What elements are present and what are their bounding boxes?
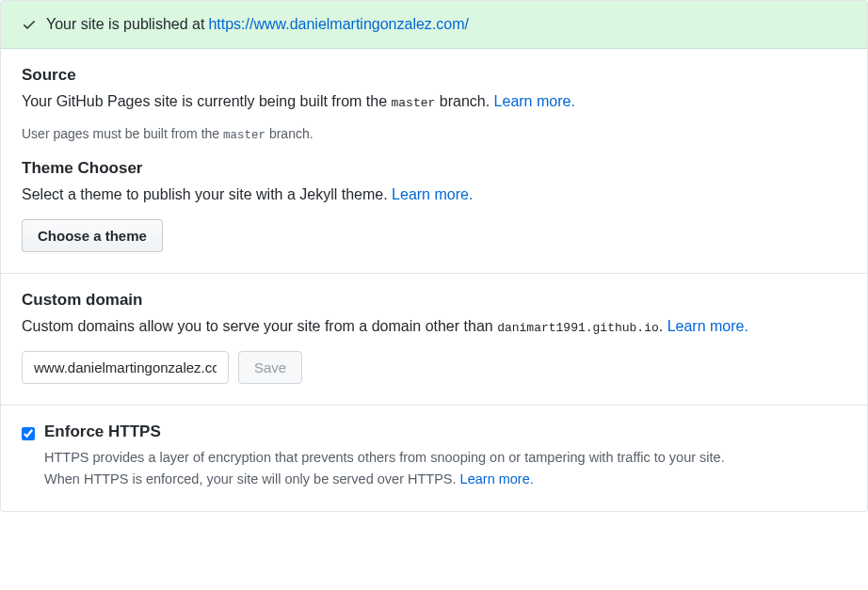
source-note-suffix: branch. — [265, 126, 313, 141]
custom-domain-section: Custom domain Custom domains allow you t… — [1, 273, 867, 405]
custom-domain-code: danimart1991.github.io — [497, 321, 659, 335]
source-note: User pages must be built from the master… — [22, 126, 846, 142]
theme-learn-more-link[interactable]: Learn more. — [392, 186, 473, 202]
https-line2-prefix: When HTTPS is enforced, your site will o… — [44, 471, 460, 486]
source-heading: Source — [22, 66, 846, 85]
source-desc-prefix: Your GitHub Pages site is currently bein… — [22, 93, 392, 109]
theme-description: Select a theme to publish your site with… — [22, 183, 846, 206]
custom-domain-desc-prefix: Custom domains allow you to serve your s… — [22, 318, 497, 334]
https-learn-more-link[interactable]: Learn more. — [460, 471, 534, 486]
custom-domain-desc-suffix: . — [659, 318, 667, 334]
custom-domain-heading: Custom domain — [22, 291, 846, 310]
https-section: Enforce HTTPS HTTPS provides a layer of … — [1, 405, 867, 511]
https-heading: Enforce HTTPS — [44, 423, 725, 441]
check-icon — [22, 17, 37, 32]
https-body: Enforce HTTPS HTTPS provides a layer of … — [44, 423, 725, 490]
source-learn-more-link[interactable]: Learn more. — [494, 93, 575, 109]
github-pages-settings-panel: Your site is published at https://www.da… — [0, 0, 868, 512]
published-text: Your site is published at — [46, 16, 204, 33]
save-button[interactable]: Save — [238, 351, 302, 384]
source-desc-suffix: branch. — [435, 93, 493, 109]
choose-theme-button[interactable]: Choose a theme — [22, 219, 163, 252]
custom-domain-form: Save — [22, 351, 846, 384]
theme-desc-text: Select a theme to publish your site with… — [22, 186, 392, 202]
published-url-link[interactable]: https://www.danielmartingonzalez.com/ — [208, 16, 469, 33]
source-section: Source Your GitHub Pages site is current… — [1, 49, 867, 273]
published-flash: Your site is published at https://www.da… — [1, 1, 867, 49]
custom-domain-description: Custom domains allow you to serve your s… — [22, 315, 846, 338]
theme-heading: Theme Chooser — [22, 159, 846, 178]
source-note-prefix: User pages must be built from the — [22, 126, 223, 141]
https-description: HTTPS provides a layer of encryption tha… — [44, 447, 725, 490]
enforce-https-checkbox[interactable] — [22, 427, 35, 440]
custom-domain-learn-more-link[interactable]: Learn more. — [667, 318, 748, 334]
source-description: Your GitHub Pages site is currently bein… — [22, 90, 846, 113]
custom-domain-input[interactable] — [22, 351, 229, 384]
source-branch-code: master — [392, 96, 436, 110]
source-note-code: master — [223, 129, 265, 142]
https-line1: HTTPS provides a layer of encryption tha… — [44, 450, 725, 465]
